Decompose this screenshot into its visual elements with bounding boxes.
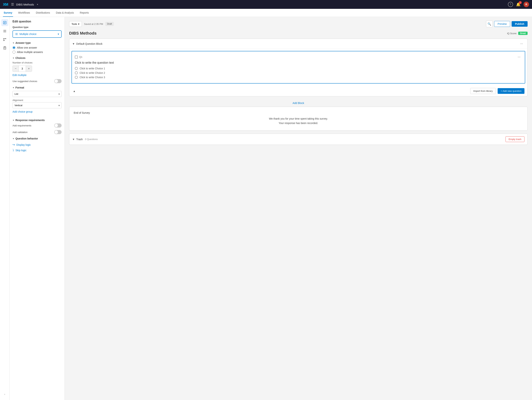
suggested-choices-toggle[interactable] [54, 79, 62, 83]
allow-multiple-answers-option[interactable]: Allow multiple answers [13, 51, 62, 53]
preview-button[interactable]: Preview [494, 21, 510, 27]
choice-label-3: Click to write Choice 3 [80, 76, 105, 79]
display-logic-item[interactable]: ↪ Display logic [13, 142, 62, 148]
secondary-nav: Survey Workflows Distributions Data & An… [0, 9, 532, 17]
end-of-survey: End of Survey We thank you for your time… [69, 107, 528, 131]
number-of-choices-label: Number of choices [13, 61, 62, 64]
sidebar-icon-list[interactable] [1, 28, 8, 35]
question-type-value: Multiple choice [19, 32, 37, 36]
main-content: Tools ▾ Saved at 2:35 PM Draft 🔍 Preview… [65, 17, 532, 400]
iq-score: iQ Score: Great [507, 32, 528, 35]
question-more-button[interactable]: ··· [516, 54, 522, 60]
tools-button[interactable]: Tools ▾ [69, 21, 82, 27]
edit-multiple-button[interactable]: Edit multiple [13, 74, 26, 77]
choice-radio-3 [75, 76, 78, 79]
trash-count: 0 Questions [85, 138, 98, 141]
skip-logic-item[interactable]: ⤵ Skip logic [13, 148, 62, 153]
question-item-header: Q1 ··· [75, 54, 522, 60]
sidebar-bottom: › [1, 391, 8, 398]
svg-point-8 [5, 38, 6, 39]
format-arrow: ▼ [13, 87, 14, 89]
choice-label-2: Click to write Choice 2 [80, 71, 105, 74]
format-select-wrapper: List [13, 91, 62, 97]
xm-logo[interactable]: XM [3, 2, 8, 7]
question-item[interactable]: Q1 ··· Click to write the question text … [71, 51, 525, 84]
sidebar-icon-branch[interactable] [1, 36, 8, 43]
stepper-value[interactable] [19, 66, 26, 71]
import-from-library-button[interactable]: Import from library [470, 88, 496, 94]
format-header[interactable]: ▼ Format [13, 86, 62, 89]
question-checkbox[interactable] [75, 56, 78, 58]
answer-type-section: ▼ Answer type Allow one answer Allow mul… [13, 41, 62, 53]
response-req-header[interactable]: ▼ Response requirements [13, 119, 62, 122]
add-validation-toggle[interactable] [54, 130, 62, 134]
nav-tab-reports[interactable]: Reports [79, 9, 89, 17]
saved-status: Saved at 2:35 PM [84, 23, 103, 25]
help-button[interactable]: ? [508, 2, 513, 7]
stepper-decrement[interactable]: − [13, 66, 19, 71]
alignment-select[interactable]: Vertical [13, 102, 62, 108]
question-behavior-header[interactable]: ▼ Question behavior [13, 137, 62, 140]
nav-tab-distributions[interactable]: Distributions [35, 9, 51, 17]
format-select[interactable]: List [13, 91, 62, 97]
trash-section: ▼ Trash 0 Questions Empty trash [69, 134, 528, 145]
choices-header[interactable]: ▼ Choices [13, 57, 62, 59]
add-block-row: Add Block [69, 99, 528, 107]
project-dropdown-icon[interactable]: ▾ [37, 3, 38, 6]
sidebar-icon-clipboard[interactable] [1, 45, 8, 52]
block-footer-collapse-button[interactable]: ▲ [72, 89, 76, 93]
choice-item-3[interactable]: Click to write Choice 3 [75, 76, 522, 79]
nav-tab-survey[interactable]: Survey [3, 9, 13, 17]
add-new-question-button[interactable]: + Add new question [498, 88, 525, 94]
answer-type-header[interactable]: ▼ Answer type [13, 41, 62, 44]
question-type-button[interactable]: Multiple choice ▾ [13, 30, 62, 38]
hamburger-icon[interactable]: ☰ [11, 2, 14, 6]
trash-header: ▼ Trash 0 Questions Empty trash [69, 134, 527, 145]
block-collapse-button[interactable]: ▼ [72, 42, 75, 45]
draft-badge: Draft [105, 22, 114, 26]
sidebar-icon-survey[interactable] [1, 19, 8, 26]
choice-radio-2 [75, 71, 78, 74]
sidebar-icon-expand[interactable]: › [1, 391, 8, 398]
format-section: ▼ Format List Alignment Vertical Add cho… [13, 86, 62, 116]
block-more-button[interactable]: ··· [519, 41, 525, 46]
iq-score-label: iQ Score: [507, 32, 517, 35]
iq-score-badge: Great [518, 32, 528, 35]
alignment-label: Alignment [13, 99, 62, 102]
add-choice-group-button[interactable]: Add choice group [13, 110, 32, 113]
nav-tab-workflows[interactable]: Workflows [18, 9, 31, 17]
publish-button[interactable]: Publish [512, 21, 528, 27]
end-of-survey-line2: Your response has been recorded. [74, 122, 523, 125]
toolbar: Tools ▾ Saved at 2:35 PM Draft 🔍 Preview… [69, 21, 528, 27]
allow-multiple-answers-radio[interactable] [13, 51, 15, 53]
user-avatar[interactable]: R [524, 2, 529, 7]
answer-type-options: Allow one answer Allow multiple answers [13, 46, 62, 53]
project-name[interactable]: DIBS Methods [16, 3, 34, 6]
trash-title: Trash [76, 138, 83, 141]
response-req-arrow: ▼ [13, 119, 14, 121]
add-requirements-label: Add requirements [13, 124, 32, 127]
suggested-choices-label: Use suggested choices [13, 80, 37, 83]
choices-section: ▼ Choices Number of choices − + Edit mul… [13, 57, 62, 83]
choice-item-1[interactable]: Click to write Choice 1 [75, 67, 522, 70]
svg-point-7 [4, 38, 4, 39]
choices-stepper: − + [13, 65, 32, 72]
question-text[interactable]: Click to write the question text [75, 61, 522, 65]
add-validation-row: Add validation [13, 130, 62, 134]
main-layout: › Edit question Question type Multiple c… [0, 17, 532, 400]
allow-one-answer-radio[interactable] [13, 46, 15, 49]
choice-item-2[interactable]: Click to write Choice 2 [75, 71, 522, 74]
answer-type-section-label: Answer type [15, 41, 31, 44]
add-requirements-toggle[interactable] [54, 123, 62, 128]
search-button[interactable]: 🔍 [486, 21, 493, 27]
trash-collapse-button[interactable]: ▼ [72, 138, 75, 141]
top-nav: XM ☰ DIBS Methods ▾ ? 🔔 1 R [0, 0, 532, 9]
add-block-button[interactable]: Add Block [292, 102, 304, 104]
choice-label-1: Click to write Choice 1 [80, 67, 105, 70]
nav-tab-data-analysis[interactable]: Data & Analysis [55, 9, 75, 17]
left-panel: Edit question Question type Multiple cho… [10, 17, 65, 400]
allow-one-answer-option[interactable]: Allow one answer [13, 46, 62, 49]
stepper-increment[interactable]: + [26, 66, 32, 71]
notifications-button[interactable]: 🔔 1 [516, 2, 521, 7]
empty-trash-button[interactable]: Empty trash [506, 136, 525, 142]
